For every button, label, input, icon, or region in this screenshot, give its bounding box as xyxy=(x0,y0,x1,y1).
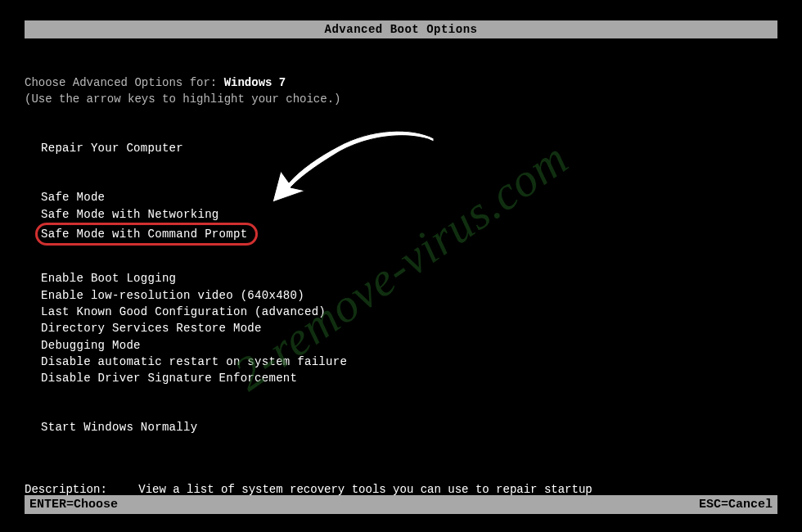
option-start-normal[interactable]: Start Windows Normally xyxy=(41,419,777,435)
option-low-res[interactable]: Enable low-resolution video (640x480) xyxy=(41,287,777,304)
option-disable-driver-sig[interactable]: Disable Driver Signature Enforcement xyxy=(41,370,777,386)
option-safe-mode-cmd[interactable]: Safe Mode with Command Prompt xyxy=(35,223,258,246)
option-boot-logging[interactable]: Enable Boot Logging xyxy=(41,270,777,286)
instruction-block: Choose Advanced Options for: Windows 7 (… xyxy=(25,75,777,107)
footer-enter: ENTER=Choose xyxy=(29,498,118,512)
title-bar: Advanced Boot Options xyxy=(25,20,777,38)
option-last-known[interactable]: Last Known Good Configuration (advanced) xyxy=(41,304,777,320)
instruction-label: Choose Advanced Options for: xyxy=(25,76,217,89)
options-block: Repair Your Computer Safe Mode Safe Mode… xyxy=(41,140,777,436)
footer-esc: ESC=Cancel xyxy=(699,498,773,512)
os-name: Windows 7 xyxy=(224,76,286,89)
option-safe-mode-networking[interactable]: Safe Mode with Networking xyxy=(41,206,777,223)
instruction-hint: (Use the arrow keys to highlight your ch… xyxy=(25,92,340,106)
option-repair[interactable]: Repair Your Computer xyxy=(41,140,777,156)
option-disable-restart[interactable]: Disable automatic restart on system fail… xyxy=(41,354,777,370)
option-dir-services[interactable]: Directory Services Restore Mode xyxy=(41,320,777,336)
title-text: Advanced Boot Options xyxy=(325,23,478,36)
option-debugging[interactable]: Debugging Mode xyxy=(41,337,777,354)
option-safe-mode[interactable]: Safe Mode xyxy=(41,189,777,205)
footer-bar: ENTER=Choose ESC=Cancel xyxy=(25,495,777,514)
